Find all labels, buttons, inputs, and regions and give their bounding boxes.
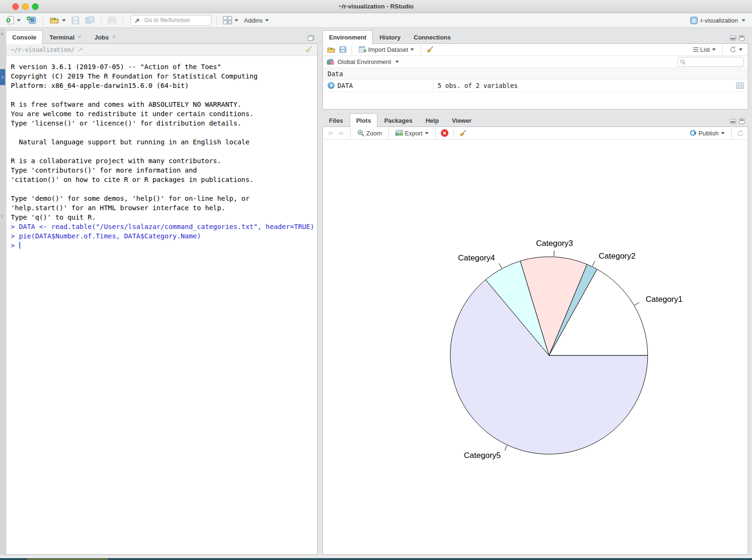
refresh-environment-button[interactable] [728, 45, 744, 54]
environment-view-mode-button[interactable]: List [691, 45, 717, 54]
pie-label-tick [505, 445, 507, 450]
toolbar-separator [722, 45, 723, 55]
object-name: DATA [337, 82, 353, 89]
publish-icon [689, 129, 697, 137]
console-output-line [11, 147, 317, 156]
tab-help[interactable]: Help [419, 113, 445, 127]
view-data-grid-icon[interactable] [736, 82, 744, 89]
maximize-pane-icon[interactable] [308, 35, 314, 41]
tab-history[interactable]: History [373, 30, 407, 44]
svg-text:R: R [692, 18, 696, 23]
load-workspace-icon[interactable] [327, 46, 336, 54]
tab-plots[interactable]: Plots [350, 113, 378, 127]
save-all-button[interactable] [84, 15, 96, 25]
import-dataset-caret-icon [410, 48, 414, 51]
working-directory-label: ~/r-visualization/ [11, 46, 74, 53]
tab-environment[interactable]: Environment [322, 30, 373, 44]
goto-file-box[interactable] [131, 15, 212, 26]
project-selector[interactable]: R r-visualization [688, 16, 747, 25]
remove-plot-button[interactable]: ✕ [441, 129, 448, 137]
close-tab-icon[interactable]: × [112, 35, 116, 39]
tab-files[interactable]: Files [322, 113, 350, 127]
toolbar-separator [388, 128, 389, 138]
goto-file-input[interactable] [143, 16, 200, 24]
global-environment-label[interactable]: Global Environment [337, 58, 391, 65]
environment-search-box[interactable] [677, 57, 744, 67]
goto-directory-icon[interactable] [78, 47, 84, 53]
toolbar-separator [454, 128, 454, 138]
pie-chart: Category1Category2Category3Category4Cate… [323, 154, 748, 560]
new-project-button[interactable]: R [25, 15, 38, 26]
console-output-line [11, 184, 317, 194]
zoom-magnifier-icon [357, 129, 365, 137]
expand-object-icon[interactable] [328, 82, 335, 89]
maximize-pane-icon[interactable] [739, 35, 744, 41]
console-input-line: > pie(DATA$Number.of.Times, DATA$Categor… [11, 231, 317, 241]
previous-plot-button[interactable] [327, 130, 334, 136]
import-dataset-button[interactable]: Import Dataset [357, 45, 415, 54]
tab-plots-label: Plots [356, 117, 371, 124]
open-folder-icon [49, 16, 60, 24]
console-output[interactable]: R version 3.6.1 (2019-07-05) -- "Action … [6, 56, 317, 554]
tab-jobs-label: Jobs [94, 34, 109, 41]
environment-object-row[interactable]: DATA 5 obs. of 2 variables [323, 79, 748, 92]
save-workspace-icon[interactable] [339, 46, 346, 53]
maximize-pane-icon[interactable] [739, 118, 744, 124]
tab-terminal[interactable]: Terminal × [43, 30, 88, 44]
publish-plot-button[interactable]: Publish [688, 128, 726, 138]
tab-viewer-label: Viewer [452, 117, 472, 124]
tab-connections[interactable]: Connections [407, 30, 457, 44]
environment-section-header: Data [323, 68, 748, 79]
console-output-line: 'citation()' on how to cite R or R packa… [11, 175, 317, 184]
close-tab-icon[interactable]: × [78, 35, 82, 39]
open-file-button[interactable] [48, 15, 67, 25]
print-button[interactable] [106, 16, 118, 25]
zoom-plot-button[interactable]: Zoom [356, 128, 383, 138]
pane-layout-caret-icon [235, 19, 238, 22]
clear-console-broom-icon[interactable] [305, 46, 313, 53]
tab-console[interactable]: Console [6, 30, 43, 44]
tab-jobs[interactable]: Jobs × [88, 30, 122, 44]
global-environment-icon [327, 58, 334, 65]
plots-toolbar: Zoom Export ✕ [323, 127, 748, 140]
refresh-plot-icon[interactable] [737, 130, 744, 137]
plots-pane: Files Plots Packages Help Viewer [322, 113, 748, 555]
pie-label-tick [499, 263, 502, 268]
pie-label-category2: Category2 [599, 252, 635, 260]
new-file-button[interactable] [5, 15, 22, 26]
global-environment-caret-icon[interactable] [395, 61, 399, 63]
window-bottom-edge [0, 555, 752, 558]
toolbar-separator [43, 16, 43, 25]
publish-caret-icon [721, 132, 725, 134]
pie-label-category3: Category3 [536, 239, 573, 248]
goto-arrow-icon [134, 17, 141, 24]
save-button[interactable] [70, 16, 81, 25]
pane-layout-icon [223, 16, 232, 24]
console-output-line: Type 'q()' to quit R. [11, 213, 317, 222]
desktop-edge [0, 558, 752, 560]
minimize-pane-icon[interactable] [730, 36, 736, 40]
sliver-highlight: c [0, 69, 5, 85]
environment-search-input[interactable] [688, 58, 741, 66]
console-output-line: Type 'contributors()' for more informati… [11, 166, 317, 175]
next-plot-button[interactable] [337, 130, 345, 136]
console-subheader: ~/r-visualization/ [6, 44, 317, 56]
clear-all-plots-broom-icon[interactable] [459, 130, 467, 137]
environment-toolbar: Import Dataset List [323, 44, 748, 56]
console-output-line: Type 'license()' or 'licence()' for dist… [11, 118, 317, 128]
tab-packages[interactable]: Packages [377, 113, 419, 127]
clear-environment-broom-icon[interactable] [426, 46, 434, 53]
console-output-line [11, 128, 317, 137]
console-output-line: Platform: x86_64-apple-darwin15.6.0 (64-… [11, 81, 317, 90]
console-output-line: R is free software and comes with ABSOLU… [11, 100, 317, 109]
addins-button[interactable]: Addins [243, 16, 270, 25]
back-arrow-icon [327, 130, 334, 136]
pane-layout-button[interactable] [221, 15, 240, 25]
new-project-icon: R [26, 16, 37, 25]
environment-scope-row: Global Environment [323, 56, 748, 68]
export-plot-button[interactable]: Export [394, 129, 430, 138]
console-output-line: 'help.start()' for an HTML browser inter… [11, 203, 317, 213]
minimize-pane-icon[interactable] [730, 119, 736, 124]
tab-viewer[interactable]: Viewer [446, 113, 478, 127]
console-output-line: You are welcome to redistribute it under… [11, 109, 317, 118]
